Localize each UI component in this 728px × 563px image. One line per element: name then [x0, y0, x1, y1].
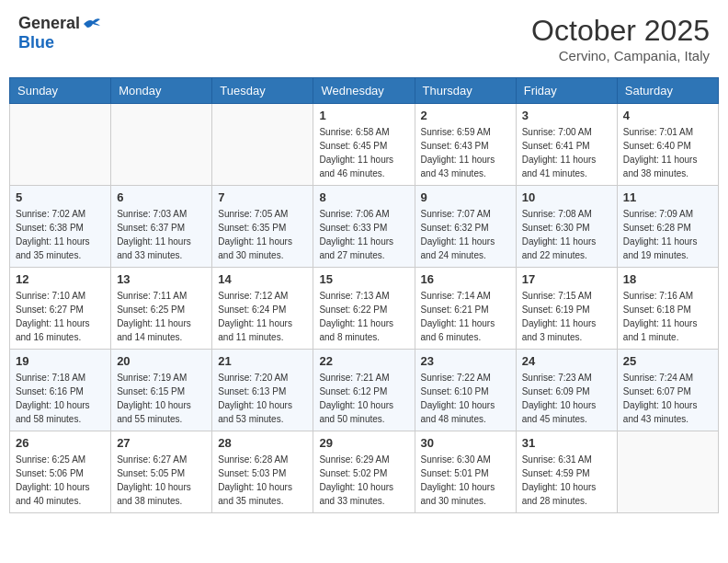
- day-info: Sunrise: 7:15 AMSunset: 6:19 PMDaylight:…: [522, 289, 611, 344]
- logo-blue-text: Blue: [18, 33, 54, 52]
- calendar-day-cell: 20Sunrise: 7:19 AMSunset: 6:15 PMDayligh…: [111, 350, 212, 431]
- day-number: 30: [421, 436, 510, 450]
- calendar-header-row: SundayMondayTuesdayWednesdayThursdayFrid…: [10, 78, 719, 104]
- calendar-day-cell: 6Sunrise: 7:03 AMSunset: 6:37 PMDaylight…: [111, 186, 212, 268]
- calendar-day-cell: 21Sunrise: 7:20 AMSunset: 6:13 PMDayligh…: [212, 350, 313, 431]
- weekday-header-monday: Monday: [111, 78, 212, 104]
- day-info: Sunrise: 6:58 AMSunset: 6:45 PMDaylight:…: [319, 125, 408, 180]
- day-number: 5: [16, 190, 105, 204]
- day-number: 27: [117, 436, 206, 450]
- day-info: Sunrise: 7:14 AMSunset: 6:21 PMDaylight:…: [421, 289, 510, 344]
- calendar-day-cell: 9Sunrise: 7:07 AMSunset: 6:32 PMDaylight…: [415, 186, 516, 268]
- day-info: Sunrise: 6:28 AMSunset: 5:03 PMDaylight:…: [218, 453, 307, 508]
- calendar-day-cell: 27Sunrise: 6:27 AMSunset: 5:05 PMDayligh…: [111, 431, 212, 513]
- calendar-day-cell: 19Sunrise: 7:18 AMSunset: 6:16 PMDayligh…: [10, 350, 111, 431]
- day-info: Sunrise: 7:19 AMSunset: 6:15 PMDaylight:…: [117, 371, 206, 426]
- calendar-day-cell: 31Sunrise: 6:31 AMSunset: 4:59 PMDayligh…: [516, 431, 617, 513]
- day-number: 31: [522, 436, 611, 450]
- day-number: 2: [421, 109, 510, 122]
- weekday-header-saturday: Saturday: [617, 78, 718, 104]
- logo-bird-icon: [82, 17, 100, 31]
- calendar-day-cell: 17Sunrise: 7:15 AMSunset: 6:19 PMDayligh…: [516, 268, 617, 350]
- day-info: Sunrise: 7:00 AMSunset: 6:41 PMDaylight:…: [522, 125, 611, 180]
- day-info: Sunrise: 7:06 AMSunset: 6:33 PMDaylight:…: [319, 207, 408, 262]
- calendar-day-cell: [111, 104, 212, 186]
- calendar-day-cell: [212, 104, 313, 186]
- day-number: 24: [522, 354, 611, 368]
- day-number: 21: [218, 354, 307, 368]
- day-number: 6: [117, 190, 206, 204]
- calendar-day-cell: 14Sunrise: 7:12 AMSunset: 6:24 PMDayligh…: [212, 268, 313, 350]
- day-number: 9: [421, 190, 510, 204]
- calendar-day-cell: 15Sunrise: 7:13 AMSunset: 6:22 PMDayligh…: [313, 268, 415, 350]
- day-info: Sunrise: 7:02 AMSunset: 6:38 PMDaylight:…: [16, 207, 105, 262]
- weekday-header-thursday: Thursday: [415, 78, 516, 104]
- calendar-day-cell: [617, 431, 718, 513]
- calendar-day-cell: 8Sunrise: 7:06 AMSunset: 6:33 PMDaylight…: [313, 186, 415, 268]
- calendar-day-cell: 30Sunrise: 6:30 AMSunset: 5:01 PMDayligh…: [415, 431, 516, 513]
- calendar-week-row: 5Sunrise: 7:02 AMSunset: 6:38 PMDaylight…: [10, 186, 719, 268]
- day-number: 11: [623, 190, 712, 204]
- day-number: 15: [319, 272, 408, 286]
- month-title: October 2025: [531, 14, 710, 48]
- day-number: 10: [522, 190, 611, 204]
- day-number: 23: [421, 354, 510, 368]
- day-info: Sunrise: 7:10 AMSunset: 6:27 PMDaylight:…: [16, 289, 105, 344]
- calendar-day-cell: 29Sunrise: 6:29 AMSunset: 5:02 PMDayligh…: [313, 431, 415, 513]
- day-number: 25: [623, 354, 712, 368]
- day-info: Sunrise: 6:59 AMSunset: 6:43 PMDaylight:…: [421, 125, 510, 180]
- day-info: Sunrise: 6:31 AMSunset: 4:59 PMDaylight:…: [522, 453, 611, 508]
- day-info: Sunrise: 7:11 AMSunset: 6:25 PMDaylight:…: [117, 289, 206, 344]
- day-info: Sunrise: 7:03 AMSunset: 6:37 PMDaylight:…: [117, 207, 206, 262]
- calendar-day-cell: 24Sunrise: 7:23 AMSunset: 6:09 PMDayligh…: [516, 350, 617, 431]
- weekday-header-wednesday: Wednesday: [313, 78, 415, 104]
- day-info: Sunrise: 7:13 AMSunset: 6:22 PMDaylight:…: [319, 289, 408, 344]
- calendar-table: SundayMondayTuesdayWednesdayThursdayFrid…: [9, 77, 719, 513]
- calendar-day-cell: 16Sunrise: 7:14 AMSunset: 6:21 PMDayligh…: [415, 268, 516, 350]
- day-number: 17: [522, 272, 611, 286]
- day-info: Sunrise: 7:20 AMSunset: 6:13 PMDaylight:…: [218, 371, 307, 426]
- day-info: Sunrise: 6:27 AMSunset: 5:05 PMDaylight:…: [117, 453, 206, 508]
- calendar-week-row: 1Sunrise: 6:58 AMSunset: 6:45 PMDaylight…: [10, 104, 719, 186]
- calendar-day-cell: [10, 104, 111, 186]
- day-number: 29: [319, 436, 408, 450]
- day-info: Sunrise: 7:23 AMSunset: 6:09 PMDaylight:…: [522, 371, 611, 426]
- day-number: 19: [16, 354, 105, 368]
- day-info: Sunrise: 6:29 AMSunset: 5:02 PMDaylight:…: [319, 453, 408, 508]
- calendar-day-cell: 28Sunrise: 6:28 AMSunset: 5:03 PMDayligh…: [212, 431, 313, 513]
- day-number: 20: [117, 354, 206, 368]
- day-info: Sunrise: 6:30 AMSunset: 5:01 PMDaylight:…: [421, 453, 510, 508]
- calendar-week-row: 12Sunrise: 7:10 AMSunset: 6:27 PMDayligh…: [10, 268, 719, 350]
- day-info: Sunrise: 7:24 AMSunset: 6:07 PMDaylight:…: [623, 371, 712, 426]
- day-number: 13: [117, 272, 206, 286]
- day-info: Sunrise: 7:22 AMSunset: 6:10 PMDaylight:…: [421, 371, 510, 426]
- calendar-week-row: 19Sunrise: 7:18 AMSunset: 6:16 PMDayligh…: [10, 350, 719, 431]
- calendar-day-cell: 4Sunrise: 7:01 AMSunset: 6:40 PMDaylight…: [617, 104, 718, 186]
- day-number: 28: [218, 436, 307, 450]
- day-number: 22: [319, 354, 408, 368]
- day-number: 14: [218, 272, 307, 286]
- day-number: 18: [623, 272, 712, 286]
- day-number: 16: [421, 272, 510, 286]
- calendar-day-cell: 22Sunrise: 7:21 AMSunset: 6:12 PMDayligh…: [313, 350, 415, 431]
- calendar-day-cell: 3Sunrise: 7:00 AMSunset: 6:41 PMDaylight…: [516, 104, 617, 186]
- calendar-day-cell: 11Sunrise: 7:09 AMSunset: 6:28 PMDayligh…: [617, 186, 718, 268]
- day-number: 8: [319, 190, 408, 204]
- title-section: October 2025 Cervino, Campania, Italy: [531, 14, 710, 63]
- day-info: Sunrise: 6:25 AMSunset: 5:06 PMDaylight:…: [16, 453, 105, 508]
- day-number: 1: [319, 109, 408, 122]
- day-info: Sunrise: 7:07 AMSunset: 6:32 PMDaylight:…: [421, 207, 510, 262]
- calendar-day-cell: 7Sunrise: 7:05 AMSunset: 6:35 PMDaylight…: [212, 186, 313, 268]
- day-info: Sunrise: 7:01 AMSunset: 6:40 PMDaylight:…: [623, 125, 712, 180]
- calendar-day-cell: 26Sunrise: 6:25 AMSunset: 5:06 PMDayligh…: [10, 431, 111, 513]
- page-header: General Blue October 2025 Cervino, Campa…: [9, 9, 719, 68]
- day-number: 4: [623, 109, 712, 122]
- day-info: Sunrise: 7:21 AMSunset: 6:12 PMDaylight:…: [319, 371, 408, 426]
- weekday-header-tuesday: Tuesday: [212, 78, 313, 104]
- location-subtitle: Cervino, Campania, Italy: [531, 48, 710, 63]
- day-info: Sunrise: 7:09 AMSunset: 6:28 PMDaylight:…: [623, 207, 712, 262]
- calendar-day-cell: 5Sunrise: 7:02 AMSunset: 6:38 PMDaylight…: [10, 186, 111, 268]
- calendar-day-cell: 2Sunrise: 6:59 AMSunset: 6:43 PMDaylight…: [415, 104, 516, 186]
- calendar-day-cell: 18Sunrise: 7:16 AMSunset: 6:18 PMDayligh…: [617, 268, 718, 350]
- day-info: Sunrise: 7:12 AMSunset: 6:24 PMDaylight:…: [218, 289, 307, 344]
